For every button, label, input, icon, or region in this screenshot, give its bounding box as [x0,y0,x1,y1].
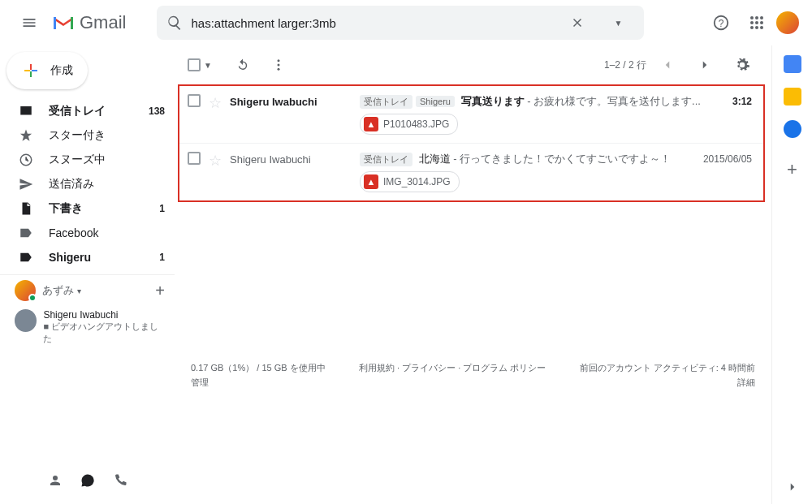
storage-manage-link[interactable]: 管理 [191,376,326,390]
nav-count: 1 [159,252,165,263]
svg-point-8 [755,21,758,24]
nav-count: 138 [149,106,165,117]
toolbar: ▼ 1–2 / 2 行 [175,45,771,84]
sidebar-item-下書き[interactable]: 下書き1 [0,196,175,221]
snippet: - 行ってきました！でかくてすごいですよ～！ [451,153,672,165]
label-chip[interactable]: 受信トレイ [360,153,412,166]
message-date: 3:12 [732,94,752,107]
pagination-range: 1–2 / 2 行 [604,58,646,72]
caret-down-icon[interactable]: ▾ [77,286,81,295]
draft-icon [18,201,34,216]
account-avatar[interactable] [776,11,799,34]
svg-point-9 [760,21,763,24]
apps-grid-icon [749,15,764,30]
storage-line: 0.17 GB（1%） / 15 GB を使用中 [191,361,326,376]
hangouts-contact[interactable]: Shigeru Iwabuchi ■ビデオハングアウトしました [0,304,175,348]
more-button[interactable] [262,49,295,81]
nav-label: スヌーズ中 [49,153,106,167]
my-avatar[interactable] [15,280,36,301]
settings-button[interactable] [726,49,758,81]
contact-name: Shigeru Iwabuchi [43,309,165,321]
activity-details-link[interactable]: 詳細 [580,376,755,390]
message-row[interactable]: ☆Shigeru Iwabuchi受信トレイShigeru 写真送ります - お… [179,86,763,144]
sidebar-item-スター付き[interactable]: スター付き [0,123,175,148]
help-icon: ? [712,14,730,32]
caret-down-icon: ▼ [615,19,623,28]
svg-text:?: ? [719,18,724,29]
svg-point-15 [277,64,279,67]
collapse-sidepanel-button[interactable] [785,480,800,494]
nav-label: 下書き [49,201,83,216]
star-icon [18,128,34,143]
clear-search-button[interactable] [561,6,594,39]
nav-label: Facebook [49,226,98,239]
message-row[interactable]: ☆Shigeru Iwabuchi受信トレイ 北海道 - 行ってきました！でかく… [179,144,763,200]
activity-line: 前回のアカウント アクティビティ: 4 時間前 [580,361,755,376]
sidebar-item-facebook[interactable]: Facebook [0,221,175,245]
nav-count: 1 [159,203,165,214]
image-icon: ▲ [364,117,378,131]
next-page-button[interactable] [689,49,721,81]
svg-point-5 [755,16,758,19]
search-options-button[interactable]: ▼ [602,6,634,39]
apps-button[interactable] [741,6,773,39]
keep-addon[interactable] [784,88,801,106]
calendar-addon[interactable] [784,55,801,73]
clock-icon [18,153,34,167]
snippet: - お疲れ様です。写真を送付します... [525,95,701,107]
get-addons-button[interactable]: + [787,159,797,180]
star-button[interactable]: ☆ [209,152,222,170]
chevron-left-icon [660,58,675,72]
chevron-right-icon [785,480,800,494]
sidebar-item-送信済み[interactable]: 送信済み [0,172,175,196]
message-date: 2015/06/05 [703,152,752,165]
support-button[interactable]: ? [705,6,737,39]
nav-label: 受信トレイ [49,104,106,118]
sidebar-item-shigeru[interactable]: Shigeru1 [0,245,175,269]
row-checkbox[interactable] [188,94,201,107]
prev-page-button[interactable] [651,49,684,81]
caret-down-icon[interactable]: ▼ [204,61,212,70]
main-pane: ▼ 1–2 / 2 行 ☆Shigeru Iwabuchi受信トレイShiger… [175,45,812,504]
sender: Shigeru Iwabuchi [230,94,352,108]
message-body: 受信トレイ 北海道 - 行ってきました！でかくてすごいですよ～！▲IMG_301… [360,152,695,192]
header-right: ? [705,6,799,39]
select-all-wrap[interactable]: ▼ [188,58,212,71]
new-conversation-button[interactable]: + [155,282,165,300]
compose-button[interactable]: 作成 [6,52,88,89]
hangouts-header: あずみ ▾ + [0,274,175,304]
tasks-addon[interactable] [784,120,801,138]
sidebar-item-受信トレイ[interactable]: 受信トレイ138 [0,99,175,123]
svg-point-7 [750,21,754,24]
presence-dot [28,294,37,302]
refresh-button[interactable] [227,49,259,81]
select-all-checkbox[interactable] [188,58,201,71]
hangouts-chat-tab[interactable] [76,468,100,493]
footer-storage: 0.17 GB（1%） / 15 GB を使用中 管理 [191,361,326,390]
row-checkbox[interactable] [188,152,201,165]
sidebar-item-スヌーズ中[interactable]: スヌーズ中 [0,148,175,172]
label-chip[interactable]: Shigeru [416,96,455,107]
gmail-logo[interactable]: Gmail [52,12,126,33]
attachment-chip[interactable]: ▲P1010483.JPG [360,114,458,135]
plus-multicolor-icon [21,61,41,80]
send-icon [18,177,34,192]
label-chip[interactable]: 受信トレイ [360,95,412,109]
hamburger-icon [21,15,37,31]
label-icon [18,226,34,240]
main-menu-button[interactable] [13,6,45,39]
attachment-name: IMG_3014.JPG [383,176,451,187]
search-bar[interactable]: ▼ [157,6,644,40]
star-button[interactable]: ☆ [209,94,222,112]
hangouts-contacts-tab[interactable] [43,468,67,493]
subject: 写真送ります [461,95,525,107]
svg-rect-1 [71,17,73,29]
gmail-m-icon [52,14,75,32]
hangouts-phone-tab[interactable] [108,468,132,493]
search-input[interactable] [191,16,553,30]
footer-policies[interactable]: 利用規約 · プライバシー · プログラム ポリシー [359,361,546,390]
chevron-right-icon [698,58,712,72]
close-icon [570,15,585,30]
nav-label: スター付き [49,128,106,143]
attachment-chip[interactable]: ▲IMG_3014.JPG [360,171,460,192]
